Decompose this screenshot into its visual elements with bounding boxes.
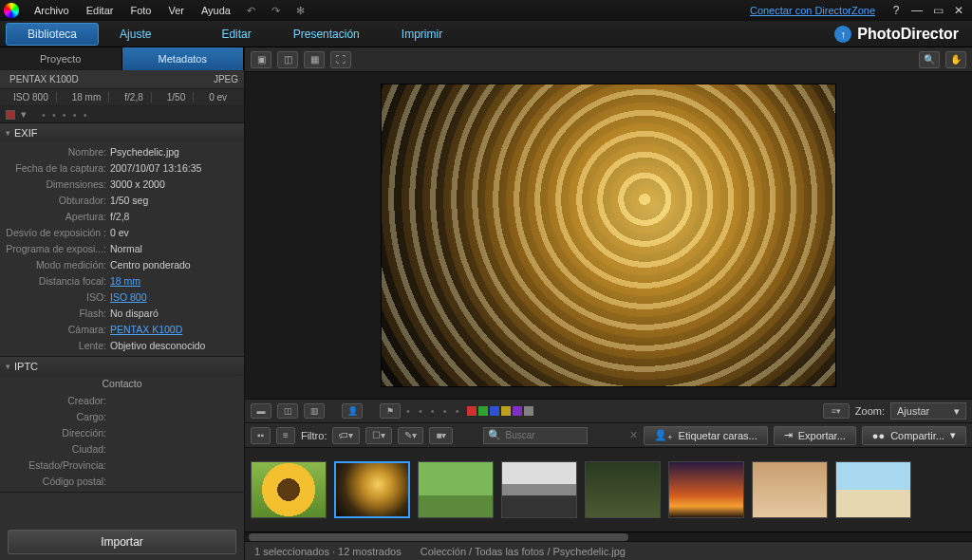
view-mode-compare-icon[interactable]: ◫	[277, 51, 298, 68]
thumbnail[interactable]	[585, 461, 661, 518]
exif-value[interactable]: PENTAX K100D	[110, 323, 238, 337]
iptc-value[interactable]	[110, 475, 238, 489]
upload-icon: ↑	[834, 26, 851, 43]
iptc-value[interactable]	[110, 410, 238, 424]
color-gray[interactable]	[524, 406, 533, 416]
help-icon[interactable]: ?	[888, 4, 904, 17]
color-green[interactable]	[478, 406, 488, 416]
label-strip: ▾ • • • • •	[0, 106, 244, 123]
thumbnail[interactable]	[334, 461, 410, 518]
menu-archivo[interactable]: Archivo	[27, 3, 77, 18]
exif-header[interactable]: EXIF	[0, 123, 244, 142]
color-purple[interactable]	[513, 406, 522, 416]
status-bar: 1 seleccionados · 12 mostrados Colección…	[245, 541, 972, 560]
iptc-row: Ciudad:	[0, 441, 244, 457]
sort-icon[interactable]: ≡▾	[823, 403, 850, 419]
minimize-icon[interactable]: —	[909, 4, 925, 17]
close-icon[interactable]: ✕	[951, 4, 966, 17]
color-blue[interactable]	[490, 406, 499, 416]
view-mode-single-icon[interactable]: ▣	[251, 51, 271, 68]
content-area: ▣ ◫ ▦ ⛶ 🔍 ✋ ▬ ◫ ▥ 👤 ⚑ • • • • •	[245, 47, 972, 560]
settings-icon[interactable]: ✻	[293, 3, 308, 18]
color-label-swatch[interactable]	[6, 110, 15, 120]
search-input[interactable]	[505, 430, 626, 440]
thumbnail[interactable]	[835, 461, 911, 518]
exif-value: Centro ponderado	[110, 258, 238, 272]
view-mode-grid-icon[interactable]: ▦	[304, 51, 325, 68]
layout-1-icon[interactable]: ▬	[251, 403, 271, 419]
iptc-header[interactable]: IPTC	[0, 357, 244, 376]
redo-icon[interactable]: ↷	[269, 3, 284, 18]
menu-ver[interactable]: Ver	[160, 3, 192, 18]
tab-proyecto[interactable]: Proyecto	[0, 47, 122, 70]
exif-row: Lente:Objetivo desconocido	[0, 338, 244, 354]
export-icon: ⇥	[784, 429, 793, 441]
thumbnail[interactable]	[752, 461, 828, 518]
exif-value[interactable]: ISO 800	[110, 290, 238, 305]
directorzone-link[interactable]: Conectar con DirectorZone	[750, 5, 875, 16]
main-photo	[381, 84, 836, 387]
menu-foto[interactable]: Foto	[122, 3, 159, 18]
thumb-size-list-icon[interactable]: ≡	[276, 427, 295, 444]
iptc-value[interactable]	[110, 426, 238, 440]
zoom-select[interactable]: Ajustar ▾	[890, 402, 966, 420]
color-red[interactable]	[467, 406, 477, 416]
exif-value: Normal	[110, 242, 238, 256]
menu-editar[interactable]: Editar	[79, 3, 122, 18]
maximize-icon[interactable]: ▭	[930, 4, 945, 17]
iptc-key: Dirección:	[6, 426, 110, 440]
color-yellow[interactable]	[501, 406, 511, 416]
exif-row: Nombre:Psychedelic.jpg	[0, 144, 244, 160]
iptc-value[interactable]	[110, 442, 238, 457]
pan-tool-icon[interactable]: ✋	[945, 51, 966, 68]
module-ajuste[interactable]: Ajuste	[99, 24, 172, 45]
thumbnail-scrollbar[interactable]	[245, 532, 972, 541]
rating-stars[interactable]: • • • • •	[42, 109, 88, 121]
clear-search-icon[interactable]: ✕	[629, 429, 638, 441]
tab-metadatos[interactable]: Metadatos	[122, 47, 245, 70]
filter-color-icon[interactable]: ■▾	[429, 427, 453, 444]
exif-key: Distancia focal:	[6, 274, 110, 289]
share-button[interactable]: ●● Compartir... ▾	[862, 426, 966, 445]
module-presentacion[interactable]: Presentación	[272, 24, 381, 45]
iptc-value[interactable]	[110, 394, 238, 408]
export-button[interactable]: ⇥ Exportar...	[774, 426, 856, 445]
rating-dots[interactable]: • • • • •	[406, 405, 461, 417]
thumbnail[interactable]	[668, 461, 744, 518]
search-box[interactable]: 🔍 ✕	[483, 427, 588, 444]
collection-path: Colección / Todas las fotos / Psychedeli…	[421, 546, 626, 557]
brand: ↑ PhotoDirector	[834, 26, 959, 43]
module-editar[interactable]: Editar	[200, 24, 271, 45]
thumbnail[interactable]	[251, 461, 327, 518]
flag-icon[interactable]: ⚑	[380, 403, 401, 419]
module-biblioteca[interactable]: Biblioteca	[6, 23, 99, 46]
filter-box-icon[interactable]: ☐▾	[365, 427, 392, 444]
undo-icon[interactable]: ↶	[244, 3, 259, 18]
person-add-icon: 👤₊	[654, 429, 673, 441]
layout-3-icon[interactable]: ▥	[304, 403, 325, 419]
layout-2-icon[interactable]: ◫	[277, 403, 298, 419]
face-tag-icon[interactable]: 👤	[342, 403, 363, 419]
menu-ayuda[interactable]: Ayuda	[194, 3, 238, 18]
iso-value: ISO 800	[6, 92, 57, 103]
thumbnail[interactable]	[418, 461, 494, 518]
exif-key: Desvío de exposición :	[6, 226, 110, 240]
iptc-value[interactable]	[110, 458, 238, 473]
zoom-tool-icon[interactable]: 🔍	[919, 51, 940, 68]
thumb-size-small-icon[interactable]: ▪▪	[251, 427, 271, 444]
exif-value[interactable]: 18 mm	[110, 274, 238, 289]
exif-key: Flash:	[6, 307, 110, 321]
exif-key: ISO:	[6, 290, 110, 305]
filter-brush-icon[interactable]: ✎▾	[398, 427, 423, 444]
color-labels[interactable]	[467, 406, 533, 416]
tag-faces-button[interactable]: 👤₊ Etiquetar caras...	[644, 426, 768, 445]
module-imprimir[interactable]: Imprimir	[381, 24, 463, 45]
photo-viewer[interactable]	[245, 72, 972, 399]
filter-tag-icon[interactable]: 🏷▾	[332, 427, 360, 444]
iptc-row: Dirección:	[0, 425, 244, 441]
thumbnail[interactable]	[501, 461, 577, 518]
view-mode-fullscreen-icon[interactable]: ⛶	[330, 51, 351, 68]
search-icon: 🔍	[488, 429, 501, 441]
exif-key: Programa de exposi...:	[6, 242, 110, 256]
import-button[interactable]: Importar	[8, 530, 236, 554]
